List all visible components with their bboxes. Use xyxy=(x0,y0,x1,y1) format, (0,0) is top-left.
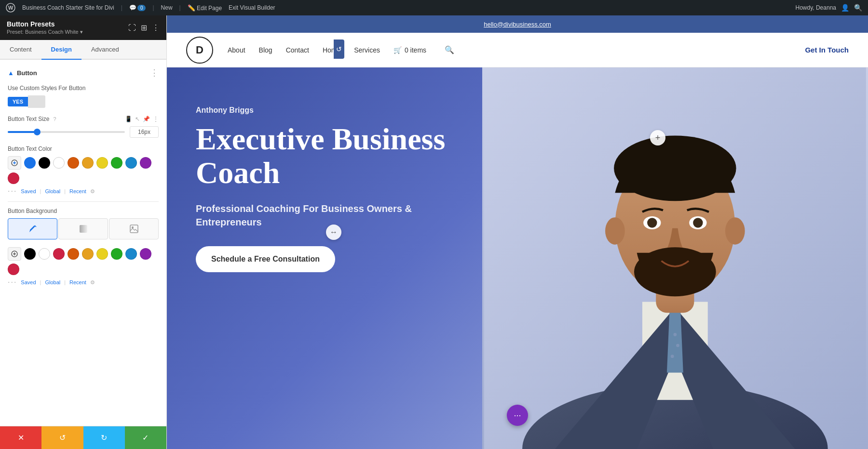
color-swatch2-white[interactable] xyxy=(39,248,50,260)
slider-label: Button Text Size xyxy=(8,116,50,122)
nav-link-services[interactable]: Services xyxy=(354,46,380,54)
global-label-2[interactable]: Global xyxy=(45,279,60,285)
color-swatch-pink-red[interactable] xyxy=(8,172,19,184)
panel-more-icon[interactable]: ⋮ xyxy=(152,23,160,32)
color-swatch2-orange[interactable] xyxy=(68,248,79,260)
exit-builder-link[interactable]: Exit Visual Builder xyxy=(229,4,275,11)
site-nav-links: About Blog Contact Home Services 🛒 0 ite… xyxy=(228,45,805,54)
gear-icon-2[interactable]: ⚙ xyxy=(90,279,95,286)
panel-grid-icon[interactable]: ⊞ xyxy=(141,23,147,32)
cursor-icon[interactable]: ↖ xyxy=(135,116,140,122)
panel-header: Button Presets Preset: Business Coach Wh… xyxy=(0,15,166,40)
drag-handle[interactable]: ↔ xyxy=(326,224,341,240)
redo-button[interactable]: ↻ xyxy=(83,426,125,449)
color-swatch-purple[interactable] xyxy=(140,157,151,169)
admin-bar-right: Howdy, Deanna 👤 🔍 xyxy=(796,4,863,12)
color-dots-icon-2[interactable]: ··· xyxy=(8,278,17,287)
howdy-text: Howdy, Deanna xyxy=(796,4,837,11)
color-swatch2-teal[interactable] xyxy=(125,248,137,260)
hero-name: Anthony Briggs xyxy=(196,106,466,115)
color-swatch2-pink-red[interactable] xyxy=(8,264,19,275)
toggle-group[interactable]: YES xyxy=(8,95,159,108)
tab-content[interactable]: Content xyxy=(0,40,41,60)
color-edit-icon-2[interactable] xyxy=(8,247,21,261)
bg-gradient[interactable] xyxy=(58,218,108,239)
color-swatch2-green[interactable] xyxy=(111,248,122,260)
slider-track[interactable] xyxy=(8,131,125,133)
admin-bar-left: W Business Coach Starter Site for Divi |… xyxy=(6,3,788,13)
hero-cta-button[interactable]: Schedule a Free Consultation xyxy=(196,246,335,272)
right-panel: hello@divibusiness.com ↺ ↔ D About Blog … xyxy=(167,15,868,449)
site-name-link[interactable]: Business Coach Starter Site for Divi xyxy=(22,4,114,11)
global-label[interactable]: Global xyxy=(45,188,60,194)
color-swatch-yellow[interactable] xyxy=(96,157,108,169)
color-swatch2-amber[interactable] xyxy=(82,248,94,260)
tab-advanced[interactable]: Advanced xyxy=(81,40,129,60)
color-dots-icon[interactable]: ··· xyxy=(8,187,17,196)
color-swatch-orange[interactable] xyxy=(68,157,79,169)
fab-dots-button[interactable]: ··· xyxy=(507,405,528,426)
avatar-icon[interactable]: 👤 xyxy=(841,4,849,12)
device-mobile-icon[interactable]: 📱 xyxy=(125,116,132,122)
nav-link-about[interactable]: About xyxy=(228,46,245,54)
color-swatch-teal[interactable] xyxy=(125,157,137,169)
panel-preset[interactable]: Preset: Business Coach White ▾ xyxy=(7,29,83,35)
site-email-link[interactable]: hello@divibusiness.com xyxy=(484,21,551,28)
chevron-up-icon[interactable]: ▲ xyxy=(8,69,14,77)
color-swatch2-yellow[interactable] xyxy=(96,248,108,260)
color-swatch-green[interactable] xyxy=(111,157,122,169)
slider-thumb[interactable] xyxy=(34,129,41,135)
custom-styles-field: Use Custom Styles For Button YES xyxy=(8,85,159,108)
bg-color-fill[interactable] xyxy=(8,218,57,239)
toggle-no[interactable] xyxy=(28,95,45,108)
button-section-header: ▲ Button ⋮ xyxy=(8,67,159,78)
color-edit-icon[interactable] xyxy=(8,156,21,170)
add-element-button[interactable]: + xyxy=(650,130,665,145)
slider-value[interactable]: 16px xyxy=(130,126,159,138)
nav-link-contact[interactable]: Contact xyxy=(286,46,309,54)
nav-link-blog[interactable]: Blog xyxy=(259,46,272,54)
recent-label[interactable]: Recent xyxy=(69,188,86,194)
gear-icon[interactable]: ⚙ xyxy=(90,188,95,195)
nav-cta-button[interactable]: Get In Touch xyxy=(805,46,849,54)
edit-page-link[interactable]: ✏️ Edit Page xyxy=(188,4,222,12)
search-icon[interactable]: 🔍 xyxy=(854,4,862,12)
wordpress-icon[interactable]: W xyxy=(6,3,15,13)
nav-search-icon[interactable]: 🔍 xyxy=(445,45,454,54)
saved-label-2[interactable]: Saved xyxy=(21,279,36,285)
comment-icon[interactable]: 💬0 xyxy=(129,4,146,11)
color-swatch-black[interactable] xyxy=(39,157,50,169)
bg-label: Button Background xyxy=(8,208,159,214)
svg-point-17 xyxy=(725,217,745,245)
color-swatch-amber[interactable] xyxy=(82,157,94,169)
section-more-icon[interactable]: ⋮ xyxy=(150,67,159,78)
second-color-block: ··· Saved | Global | Recent ⚙ xyxy=(8,247,159,287)
hero-title: Executive Business Coach xyxy=(196,122,466,190)
divider1 xyxy=(8,201,159,202)
more-options-icon[interactable]: ⋮ xyxy=(153,116,159,122)
saved-label[interactable]: Saved xyxy=(21,188,36,194)
new-link[interactable]: New xyxy=(161,4,173,11)
color-swatch-blue[interactable] xyxy=(24,157,36,169)
tab-design[interactable]: Design xyxy=(41,40,81,60)
cancel-button[interactable]: ✕ xyxy=(0,426,41,449)
color-swatch-white[interactable] xyxy=(53,157,65,169)
toggle-yes[interactable]: YES xyxy=(8,97,28,106)
color-swatch2-black[interactable] xyxy=(24,248,36,260)
svg-point-16 xyxy=(605,217,625,245)
bg-image[interactable] xyxy=(109,218,159,239)
color-meta-sep1: | xyxy=(40,188,41,194)
divi-toggle-arrow[interactable]: ↺ xyxy=(334,40,344,59)
undo-button[interactable]: ↺ xyxy=(41,426,83,449)
slider-fill xyxy=(8,131,37,133)
help-icon[interactable]: ? xyxy=(54,116,56,122)
save-button[interactable]: ✓ xyxy=(125,426,166,449)
panel-fullscreen-icon[interactable]: ⛶ xyxy=(128,24,136,32)
color-swatch2-red[interactable] xyxy=(53,248,65,260)
recent-label-2[interactable]: Recent xyxy=(69,279,86,285)
nav-cart[interactable]: 🛒 0 items xyxy=(393,46,426,54)
svg-text:W: W xyxy=(8,5,14,11)
pin-icon[interactable]: 📌 xyxy=(143,116,150,122)
color-swatch2-purple[interactable] xyxy=(140,248,151,260)
color-meta-row: ··· Saved | Global | Recent ⚙ xyxy=(8,187,159,196)
